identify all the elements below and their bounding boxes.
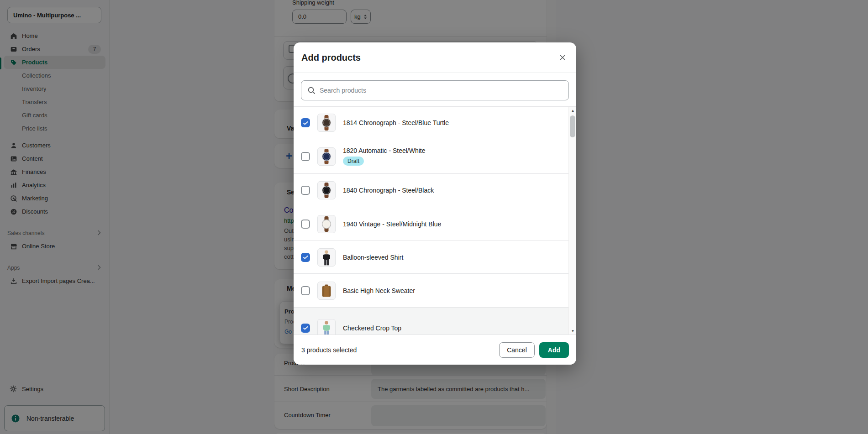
product-checkbox[interactable] [301,186,310,195]
product-row[interactable]: 1840 Chronograph - Steel/Black [294,174,568,207]
product-thumbnail [317,282,336,300]
product-title: Checkered Crop Top [343,324,401,332]
product-checkbox[interactable] [301,286,310,295]
product-title: Basic High Neck Sweater [343,287,415,294]
search-icon [307,86,316,95]
add-button[interactable]: Add [539,342,569,358]
modal-header: Add products [294,42,576,73]
list-scrollbar[interactable]: ▲ ▼ [568,107,576,335]
product-title: 1940 Vintage - Steel/Midnight Blue [343,220,441,228]
product-row[interactable]: Balloon-sleeved Shirt [294,241,568,274]
modal-title: Add products [301,52,361,63]
modal-footer: 3 products selected Cancel Add [294,335,576,365]
product-checkbox[interactable] [301,220,310,229]
product-row[interactable]: Basic High Neck Sweater [294,274,568,308]
product-thumbnail [317,319,336,335]
scroll-up-arrow[interactable]: ▲ [569,107,576,115]
product-thumbnail [317,215,336,233]
close-button[interactable] [555,50,570,65]
status-badge: Draft [343,157,364,166]
scrollbar-thumb[interactable] [570,115,575,137]
product-row[interactable]: 1940 Vintage - Steel/Midnight Blue [294,207,568,241]
product-title: Balloon-sleeved Shirt [343,254,403,261]
product-thumbnail [317,181,336,199]
product-checkbox[interactable] [301,118,310,127]
product-thumbnail [317,114,336,132]
product-list: 1814 Chronograph - Steel/Blue Turtle 182… [294,106,576,335]
close-icon [558,53,567,62]
product-checkbox[interactable] [301,324,310,333]
add-products-modal: Add products 1814 Chronograph - Steel/Bl… [294,42,576,365]
search-input[interactable] [301,80,569,100]
product-thumbnail [317,147,336,166]
cancel-button[interactable]: Cancel [499,342,535,358]
app-root: Umino - Multipurpose ... HomeOrders7Prod… [0,0,868,434]
product-checkbox[interactable] [301,253,310,262]
search-wrap [301,80,569,100]
product-title: 1840 Chronograph - Steel/Black [343,187,434,194]
product-row[interactable]: Checkered Crop Top [294,308,568,335]
product-row[interactable]: 1820 Automatic - Steel/WhiteDraft [294,139,568,174]
product-title: 1820 Automatic - Steel/White [343,147,426,154]
selection-status: 3 products selected [301,346,357,354]
product-row[interactable]: 1814 Chronograph - Steel/Blue Turtle [294,107,568,139]
product-title: 1814 Chronograph - Steel/Blue Turtle [343,119,449,126]
scroll-down-arrow[interactable]: ▼ [569,327,576,335]
product-checkbox[interactable] [301,152,310,161]
product-thumbnail [317,248,336,267]
